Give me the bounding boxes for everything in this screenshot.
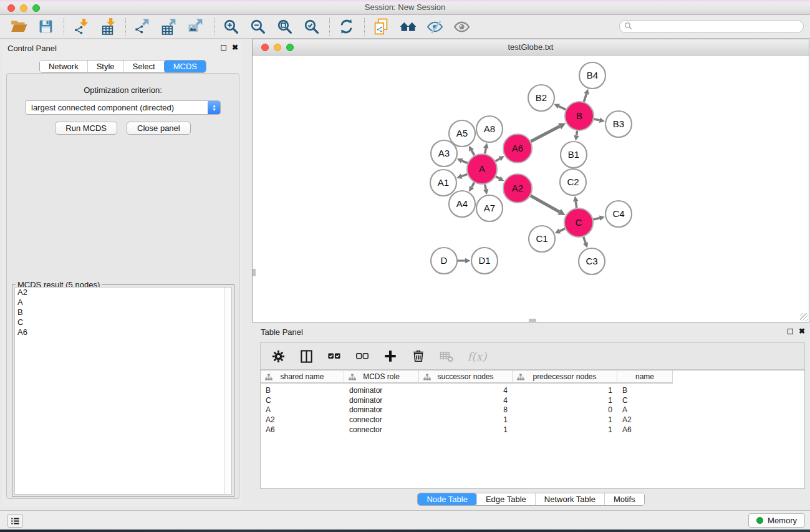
graph-node-A8[interactable]: A8 <box>476 116 503 142</box>
export-network-icon[interactable] <box>132 17 152 36</box>
table-row-0[interactable]: Bdominator41B <box>261 385 804 395</box>
show-all-icon[interactable] <box>451 17 471 36</box>
graph-node-A2[interactable]: A2 <box>503 174 532 203</box>
graph-node-D1[interactable]: D1 <box>471 248 498 274</box>
settings-gear-icon[interactable] <box>270 348 286 364</box>
mcds-result-item-b[interactable]: B <box>15 307 231 317</box>
run-mcds-button[interactable]: Run MCDS <box>55 122 117 135</box>
mcds-result-item-a[interactable]: A <box>15 297 231 307</box>
export-image-icon[interactable] <box>186 17 206 36</box>
table-row-3[interactable]: A2connector11A2 <box>261 415 804 425</box>
cell-name[interactable]: B <box>617 386 672 395</box>
graph-edge-C-C2[interactable] <box>576 201 576 208</box>
mcds-result-item-a2[interactable]: A2 <box>15 288 231 297</box>
graph-node-A7[interactable]: A7 <box>476 195 503 221</box>
cell-successor-nodes[interactable]: 4 <box>419 386 513 395</box>
column-header-shared-name[interactable]: shared name <box>261 370 344 382</box>
zoom-in-icon[interactable] <box>221 17 241 36</box>
cell-predecessor-nodes[interactable]: 1 <box>513 386 617 395</box>
zoom-selected-icon[interactable] <box>301 17 321 36</box>
cell-successor-nodes[interactable]: 4 <box>419 396 513 405</box>
graph-edge-A2-C[interactable] <box>531 196 559 212</box>
network-graph[interactable]: AA1A2A3A4A5A6A7A8BB1B2B3B4CC1C2C3C4DD1 <box>253 56 809 322</box>
cell-predecessor-nodes[interactable]: 1 <box>513 396 617 405</box>
zoom-fit-icon[interactable] <box>274 17 294 36</box>
graph-node-B[interactable]: B <box>565 102 594 130</box>
task-history-button[interactable] <box>7 514 23 528</box>
table-tab-network-table[interactable]: Network Table <box>535 493 604 505</box>
cell-shared-name[interactable]: A6 <box>261 425 344 434</box>
table-row-1[interactable]: Cdominator41C <box>261 395 804 405</box>
resize-grip[interactable] <box>800 313 808 321</box>
mcds-result-list[interactable]: A2ABCA6 <box>14 287 232 495</box>
vertical-scroll-nub[interactable] <box>253 269 256 276</box>
graph-edge-C-C4[interactable] <box>593 218 599 220</box>
graph-node-A4[interactable]: A4 <box>449 191 475 217</box>
cell-predecessor-nodes[interactable]: 1 <box>513 415 617 424</box>
add-row-icon[interactable] <box>382 348 398 364</box>
graph-edge-A-A8[interactable] <box>485 148 486 154</box>
graph-node-C1[interactable]: C1 <box>529 226 555 252</box>
graph-edge-A-A6[interactable] <box>496 159 500 162</box>
zoom-out-icon[interactable] <box>248 17 268 36</box>
graph-node-D[interactable]: D <box>431 248 457 274</box>
open-file-icon[interactable] <box>9 17 29 36</box>
table-row-4[interactable]: A6connector11A6 <box>261 425 804 435</box>
graph-node-B3[interactable]: B3 <box>605 111 632 137</box>
delete-row-icon[interactable] <box>410 348 427 364</box>
graph-edge-C-C3[interactable] <box>584 237 586 243</box>
graph-edge-B-B1[interactable] <box>577 131 577 136</box>
graph-node-B4[interactable]: B4 <box>579 62 605 89</box>
graph-node-C4[interactable]: C4 <box>605 201 632 227</box>
cell-name[interactable]: C <box>617 396 672 405</box>
graph-node-C3[interactable]: C3 <box>579 248 605 274</box>
close-panel-button[interactable]: Close panel <box>127 122 191 135</box>
close-table-panel-icon[interactable]: ✖ <box>799 328 805 334</box>
network-window-titlebar[interactable]: testGlobe.txt <box>253 39 809 56</box>
graph-edge-A-A7[interactable] <box>485 185 486 190</box>
network-canvas[interactable]: AA1A2A3A4A5A6A7A8BB1B2B3B4CC1C2C3C4DD1 <box>253 56 809 322</box>
graph-edge-A-A3[interactable] <box>462 161 468 163</box>
column-header-successor-nodes[interactable]: successor nodes <box>419 370 513 382</box>
float-panel-icon[interactable] <box>221 45 226 51</box>
mcds-result-item-c[interactable]: C <box>15 317 231 327</box>
cell-shared-name[interactable]: A2 <box>261 415 344 424</box>
cell-successor-nodes[interactable]: 1 <box>419 415 513 424</box>
cell-predecessor-nodes[interactable]: 0 <box>513 405 617 414</box>
graph-edge-C-C1[interactable] <box>559 229 565 231</box>
graph-edge-B-B3[interactable] <box>594 119 600 120</box>
graph-edge-A-A4[interactable] <box>471 183 474 187</box>
copy-network-icon[interactable] <box>371 17 391 36</box>
close-panel-icon[interactable]: ✖ <box>232 44 238 51</box>
float-table-panel-icon[interactable] <box>788 329 793 334</box>
graph-edge-A6-B[interactable] <box>531 127 559 142</box>
table-tab-node-table[interactable]: Node Table <box>418 493 476 505</box>
cell-MCDS-role[interactable]: dominator <box>344 396 419 405</box>
export-table-icon[interactable] <box>159 17 179 36</box>
cell-predecessor-nodes[interactable]: 1 <box>513 425 617 434</box>
graph-node-A6[interactable]: A6 <box>503 134 532 163</box>
graph-edge-A-A1[interactable] <box>461 174 467 176</box>
search-field[interactable] <box>619 20 804 33</box>
tab-select[interactable]: Select <box>123 60 164 72</box>
column-header-MCDS-role[interactable]: MCDS role <box>344 370 419 382</box>
horizontal-scroll-nub[interactable] <box>529 319 536 322</box>
cell-MCDS-role[interactable]: dominator <box>344 405 419 414</box>
mcds-result-item-a6[interactable]: A6 <box>15 327 231 337</box>
cell-shared-name[interactable]: A <box>261 405 344 414</box>
tab-network[interactable]: Network <box>40 60 87 72</box>
cell-shared-name[interactable]: B <box>261 386 344 395</box>
cell-name[interactable]: A <box>617 405 672 414</box>
tab-style[interactable]: Style <box>87 60 123 72</box>
column-header-name[interactable]: name <box>617 370 672 382</box>
table-tab-motifs[interactable]: Motifs <box>604 493 644 505</box>
cell-name[interactable]: A2 <box>617 415 672 424</box>
import-network-icon[interactable] <box>70 17 90 36</box>
graph-edge-B-B4[interactable] <box>584 94 586 102</box>
save-session-icon[interactable] <box>36 17 55 36</box>
cell-shared-name[interactable]: C <box>261 396 344 405</box>
memory-button[interactable]: Memory <box>748 513 805 528</box>
graph-node-A1[interactable]: A1 <box>430 170 456 196</box>
graph-node-A3[interactable]: A3 <box>431 140 457 167</box>
graph-node-B1[interactable]: B1 <box>561 142 587 168</box>
